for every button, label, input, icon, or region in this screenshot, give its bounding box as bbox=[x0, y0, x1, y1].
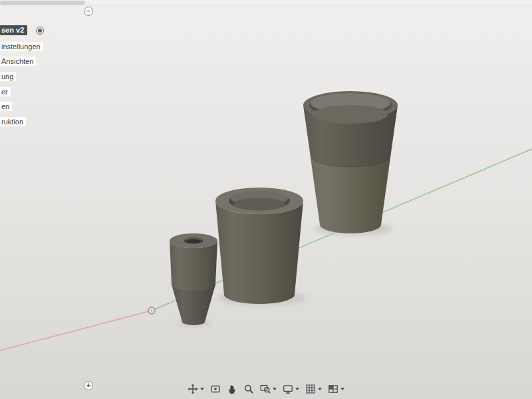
origin-dot bbox=[151, 310, 153, 312]
chevron-down-icon[interactable] bbox=[340, 388, 344, 390]
chevron-down-icon[interactable] bbox=[318, 388, 322, 390]
fusion-window: − + sen v2 instellungen Ansichten ung er… bbox=[0, 0, 532, 399]
viewport-canvas[interactable] bbox=[0, 0, 532, 399]
horizontal-scrollbar[interactable] bbox=[0, 0, 532, 5]
browser-item-sketches[interactable]: en bbox=[0, 102, 12, 111]
zoom-tool-button[interactable] bbox=[243, 384, 254, 394]
x-axis-line bbox=[0, 311, 152, 350]
body-small-funnel[interactable] bbox=[170, 233, 217, 325]
body-medium-pot[interactable] bbox=[215, 188, 303, 304]
browser-expand-button[interactable]: + bbox=[84, 381, 93, 390]
radio-dot-icon bbox=[38, 29, 42, 33]
browser-item-document-settings[interactable]: instellungen bbox=[0, 42, 43, 51]
viewports-button[interactable] bbox=[328, 384, 344, 394]
pan-hand-tool-button[interactable] bbox=[227, 384, 237, 394]
chevron-down-icon[interactable] bbox=[273, 388, 277, 390]
view-box-icon bbox=[210, 384, 221, 394]
look-at-tool-button[interactable] bbox=[210, 384, 221, 394]
grid-and-snaps-button[interactable] bbox=[305, 384, 322, 394]
chevron-down-icon[interactable] bbox=[200, 388, 204, 390]
move-arrows-icon bbox=[188, 384, 198, 394]
browser-item-origin[interactable]: ung bbox=[0, 72, 16, 81]
browser-collapse-button[interactable]: − bbox=[84, 7, 93, 16]
browser-item-construction[interactable]: ruktion bbox=[0, 117, 26, 126]
magnifier-window-icon bbox=[260, 384, 271, 394]
magnifier-icon bbox=[243, 384, 254, 394]
horizontal-scrollbar-thumb[interactable] bbox=[0, 1, 85, 5]
browser-document-item[interactable]: sen v2 bbox=[0, 25, 27, 35]
viewport-scene bbox=[0, 0, 532, 399]
fit-tool-button[interactable] bbox=[260, 384, 277, 394]
display-settings-button[interactable] bbox=[283, 384, 299, 394]
grid-icon bbox=[305, 384, 316, 394]
pan-tool-button[interactable] bbox=[188, 384, 204, 394]
hand-icon bbox=[227, 384, 237, 394]
chevron-down-icon[interactable] bbox=[295, 388, 299, 390]
navigation-toolbar bbox=[188, 384, 344, 394]
monitor-icon bbox=[283, 384, 293, 394]
browser-item-bodies[interactable]: er bbox=[0, 87, 11, 96]
browser-item-named-views[interactable]: Ansichten bbox=[0, 57, 36, 66]
split-window-icon bbox=[328, 384, 338, 394]
activate-component-radio[interactable] bbox=[36, 27, 44, 35]
